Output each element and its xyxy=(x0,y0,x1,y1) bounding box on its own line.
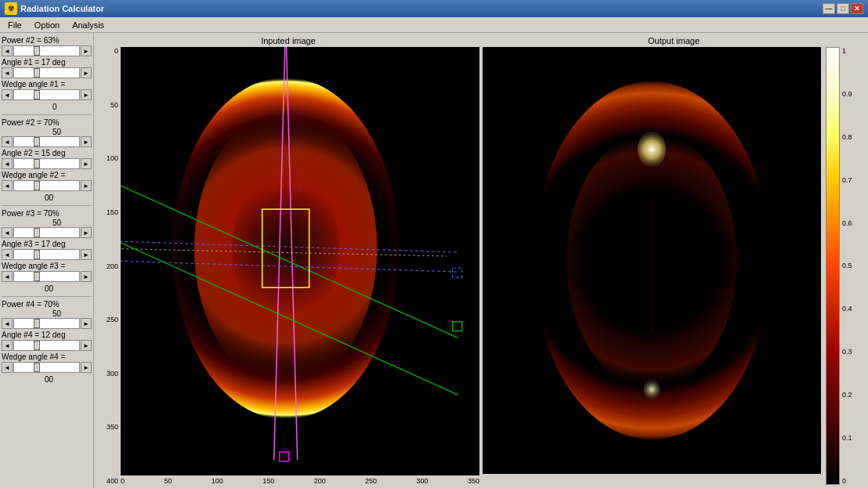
angle1-track[interactable] xyxy=(13,67,80,78)
wedge1-label: Wedge angle #1 = xyxy=(2,80,92,89)
wedge1-track[interactable] xyxy=(13,89,80,100)
power4-slider[interactable]: ◄ ► xyxy=(2,318,92,329)
window-controls: — □ ✕ xyxy=(823,3,863,14)
input-x-axis: 0 50 100 150 200 250 300 350 xyxy=(121,477,479,485)
power2-right-arrow[interactable]: ► xyxy=(81,136,92,147)
angle3-track[interactable] xyxy=(13,249,80,260)
colorbar-area: 1 0.9 0.8 0.7 0.6 0.5 0.4 0.3 0.2 0.1 0 xyxy=(826,47,865,485)
angle3-right-arrow[interactable]: ► xyxy=(81,249,92,260)
angle2-right-arrow[interactable]: ► xyxy=(81,158,92,169)
power1-track[interactable] xyxy=(13,45,80,56)
power4-right-arrow[interactable]: ► xyxy=(81,318,92,329)
power2-slider[interactable]: ◄ ► xyxy=(2,136,92,147)
output-image-area: Output image 1 0.9 0. xyxy=(483,36,865,485)
angle1-right-arrow[interactable]: ► xyxy=(81,67,92,78)
angle4-slider[interactable]: ◄ ► xyxy=(2,340,92,351)
minimize-button[interactable]: — xyxy=(823,3,835,14)
power1-label: Power #2 = 63% xyxy=(2,36,92,45)
power1-right-arrow[interactable]: ► xyxy=(81,45,92,56)
angle2-label: Angle #2 = 15 deg xyxy=(2,149,92,157)
wedge1-slider[interactable]: ◄ ► xyxy=(2,89,92,100)
wedge3-right-arrow[interactable]: ► xyxy=(81,271,92,282)
title-bar: ☢ Radiation Calculator — □ ✕ xyxy=(0,0,868,17)
output-image-canvas xyxy=(483,47,821,474)
wedge1-left-arrow[interactable]: ◄ xyxy=(2,89,13,100)
wedge3-label: Wedge angle #3 = xyxy=(2,262,92,270)
angle4-left-arrow[interactable]: ◄ xyxy=(2,340,13,351)
menu-analysis[interactable]: Analysis xyxy=(66,19,110,31)
maximize-button[interactable]: □ xyxy=(837,3,849,14)
power4-track[interactable] xyxy=(13,318,80,329)
wedge4-right-arrow[interactable]: ► xyxy=(81,362,92,373)
wedge2-slider[interactable]: ◄ ► xyxy=(2,180,92,191)
wedge4-label: Wedge angle #4 = xyxy=(2,352,92,361)
input-image-title: Inputed image xyxy=(97,36,479,45)
angle2-left-arrow[interactable]: ◄ xyxy=(2,158,13,169)
wedge4-left-arrow[interactable]: ◄ xyxy=(2,362,13,373)
wedge4-track[interactable] xyxy=(13,362,80,373)
angle1-label: Angle #1 = 17 deg xyxy=(2,58,92,67)
input-y-axis: 0 50 100 150 200 250 300 350 400 xyxy=(97,47,121,485)
power3-label: Power #3 = 70% xyxy=(2,209,92,218)
wedge1-right-arrow[interactable]: ► xyxy=(81,89,92,100)
menu-bar: File Option Analysis xyxy=(0,17,868,33)
wedge2-right-arrow[interactable]: ► xyxy=(81,180,92,191)
main-content: Power #2 = 63% ◄ ► Angle #1 = 17 deg ◄ ►… xyxy=(0,33,868,488)
power1-left-arrow[interactable]: ◄ xyxy=(2,45,13,56)
wedge4-slider[interactable]: ◄ ► xyxy=(2,362,92,373)
angle4-track[interactable] xyxy=(13,340,80,351)
angle4-label: Angle #4 = 12 deg xyxy=(2,331,92,339)
power3-track[interactable] xyxy=(13,227,80,238)
wedge2-label: Wedge angle #2 = xyxy=(2,171,92,179)
app-icon: ☢ xyxy=(5,2,17,15)
angle1-slider[interactable]: ◄ ► xyxy=(2,67,92,78)
angle3-slider[interactable]: ◄ ► xyxy=(2,249,92,260)
wedge3-slider[interactable]: ◄ ► xyxy=(2,271,92,282)
colorbar-gradient xyxy=(826,47,840,485)
wedge3-left-arrow[interactable]: ◄ xyxy=(2,271,13,282)
angle3-left-arrow[interactable]: ◄ xyxy=(2,249,13,260)
wedge3-track[interactable] xyxy=(13,271,80,282)
output-image-title: Output image xyxy=(483,36,865,45)
power3-slider[interactable]: ◄ ► xyxy=(2,227,92,238)
power4-left-arrow[interactable]: ◄ xyxy=(2,318,13,329)
wedge2-left-arrow[interactable]: ◄ xyxy=(2,180,13,191)
power3-right-arrow[interactable]: ► xyxy=(81,227,92,238)
angle3-label: Angle #3 = 17 deg xyxy=(2,240,92,248)
power3-left-arrow[interactable]: ◄ xyxy=(2,227,13,238)
close-button[interactable]: ✕ xyxy=(851,3,863,14)
menu-option[interactable]: Option xyxy=(28,19,66,31)
angle4-right-arrow[interactable]: ► xyxy=(81,340,92,351)
wedge2-track[interactable] xyxy=(13,180,80,191)
power2-label: Power #2 = 70% xyxy=(2,118,92,127)
input-image-canvas xyxy=(121,47,479,475)
angle2-track[interactable] xyxy=(13,158,80,169)
power2-track[interactable] xyxy=(13,136,80,147)
input-image-area: Inputed image 0 50 100 150 200 250 300 3… xyxy=(97,36,479,485)
colorbar-scale: 1 0.9 0.8 0.7 0.6 0.5 0.4 0.3 0.2 0.1 0 xyxy=(840,47,852,485)
menu-file[interactable]: File xyxy=(2,19,28,31)
power4-label: Power #4 = 70% xyxy=(2,300,92,309)
plot-container: Inputed image 0 50 100 150 200 250 300 3… xyxy=(94,33,868,488)
power1-slider[interactable]: ◄ ► xyxy=(2,45,92,56)
sidebar: Power #2 = 63% ◄ ► Angle #1 = 17 deg ◄ ►… xyxy=(0,33,94,488)
power2-left-arrow[interactable]: ◄ xyxy=(2,136,13,147)
angle2-slider[interactable]: ◄ ► xyxy=(2,158,92,169)
angle1-left-arrow[interactable]: ◄ xyxy=(2,67,13,78)
window-title: Radiation Calculator xyxy=(20,4,823,13)
